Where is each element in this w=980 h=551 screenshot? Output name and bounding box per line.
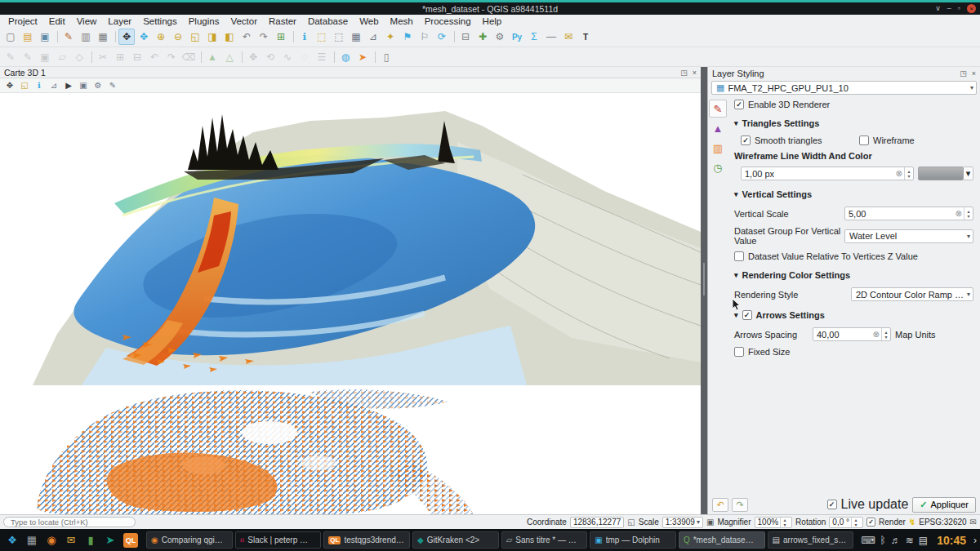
task-dolphin[interactable]: ▣ tmp — Dolphin bbox=[590, 531, 676, 549]
add-feature-icon[interactable]: ▱ bbox=[54, 49, 70, 65]
spinner[interactable]: ▴▾ bbox=[904, 167, 913, 180]
map-tips-bubble-icon[interactable]: ✉ bbox=[560, 29, 577, 45]
reshape-icon[interactable]: ☰ bbox=[314, 49, 330, 65]
mesh-digitizing-icon[interactable]: ▲ bbox=[204, 49, 220, 65]
network-icon[interactable]: ≋ bbox=[906, 535, 914, 546]
toggle-editing-icon[interactable]: ✎ bbox=[20, 49, 36, 65]
move-feature-icon[interactable]: ✥ bbox=[245, 49, 261, 65]
zoom-to-layer-icon[interactable]: ◧ bbox=[221, 29, 238, 45]
pan-to-selection-icon[interactable]: ✥ bbox=[136, 29, 152, 45]
bird-plugin-icon[interactable]: ➤ bbox=[354, 49, 371, 65]
terminal-launcher-icon[interactable]: ▮ bbox=[82, 531, 100, 549]
chevron-down-icon[interactable]: ▾ bbox=[697, 518, 700, 526]
redo-style-button[interactable]: ↷ bbox=[732, 498, 748, 512]
apply-button[interactable]: ✓ Appliquer bbox=[912, 497, 976, 513]
mesh-edit-icon[interactable]: △ bbox=[221, 49, 238, 65]
wireframe-color-button[interactable] bbox=[918, 167, 964, 180]
menu-plugins[interactable]: Plugins bbox=[183, 16, 225, 26]
task-gitkraken[interactable]: ◆ GitKraken <2> bbox=[412, 531, 499, 549]
processing-toolbox-icon[interactable]: ⚙ bbox=[492, 29, 508, 45]
crs-status[interactable]: EPSG:32620 bbox=[919, 518, 966, 527]
panel-toggle-icon[interactable]: ▯ bbox=[378, 49, 394, 65]
layout-manager-icon[interactable]: ▦ bbox=[95, 29, 111, 45]
fixed-size-checkbox[interactable] bbox=[734, 347, 744, 357]
wireframe-checkbox[interactable] bbox=[859, 136, 869, 145]
maximize-button[interactable]: ▫ bbox=[958, 5, 960, 12]
measure-icon[interactable]: ⊿ bbox=[365, 29, 381, 45]
spinner[interactable]: ▴▾ bbox=[964, 207, 973, 220]
project-new-icon[interactable]: ▢ bbox=[2, 29, 19, 45]
zoom-full-3d-icon[interactable]: ◱ bbox=[18, 79, 31, 92]
menu-settings[interactable]: Settings bbox=[137, 16, 183, 26]
minimize-button[interactable]: – bbox=[947, 5, 951, 12]
delete-selected-icon[interactable]: ⌫ bbox=[180, 49, 197, 65]
zoom-to-selection-icon[interactable]: ◨ bbox=[204, 29, 220, 45]
render-checkbox[interactable]: ✓ bbox=[866, 518, 875, 527]
relative-z-checkbox[interactable] bbox=[734, 251, 744, 261]
select-features-icon[interactable]: ⬚ bbox=[314, 29, 330, 45]
measure-3d-icon[interactable]: ⊿ bbox=[47, 79, 60, 92]
ql-launcher-icon[interactable]: QL bbox=[123, 533, 138, 548]
input-method-icon[interactable]: ⌨ bbox=[861, 535, 875, 546]
arrows-settings-checkbox[interactable]: ✓ bbox=[742, 310, 752, 320]
zoom-next-icon[interactable]: ↷ bbox=[256, 29, 272, 45]
refresh-icon[interactable]: ⟳ bbox=[434, 29, 450, 45]
arrows-spacing-input[interactable]: 40,00 ⊗ ▴▾ bbox=[813, 327, 891, 341]
menu-web[interactable]: Web bbox=[354, 16, 384, 26]
current-edits-icon[interactable]: ✎ bbox=[2, 49, 19, 65]
tab-symbology[interactable]: ✎ bbox=[709, 100, 727, 118]
rotate-feature-icon[interactable]: ⟲ bbox=[262, 49, 278, 65]
spinner[interactable]: ▴▾ bbox=[780, 518, 789, 527]
options-3d-icon[interactable]: ⚙ bbox=[91, 79, 105, 92]
camera-pan-icon[interactable]: ✥ bbox=[3, 79, 16, 92]
tab-histogram[interactable]: ▥ bbox=[709, 139, 727, 157]
detach-panel-icon[interactable]: ◳ bbox=[960, 69, 967, 78]
map3d-dock-header[interactable]: Carte 3D 1 ◳ × bbox=[0, 67, 701, 78]
new-3d-map-icon[interactable]: ⊞ bbox=[273, 29, 289, 45]
project-open-icon[interactable]: ▤ bbox=[20, 29, 36, 45]
section-triangles-settings[interactable]: ▾ Triangles Settings bbox=[734, 118, 973, 128]
clear-icon[interactable]: ⊗ bbox=[871, 330, 881, 339]
notifications-icon[interactable]: ▤ bbox=[919, 535, 928, 546]
map-2d-canvas[interactable] bbox=[0, 385, 701, 514]
extent-toggle-icon[interactable]: ◱ bbox=[627, 518, 635, 527]
paste-features-icon[interactable]: ⊟ bbox=[129, 49, 145, 65]
section-arrows-settings[interactable]: ▾ ✓ Arrows Settings bbox=[734, 310, 973, 320]
locate-input[interactable] bbox=[3, 517, 136, 527]
menu-database[interactable]: Database bbox=[302, 16, 354, 26]
chevron-down-icon[interactable]: ▾ bbox=[967, 291, 970, 298]
deselect-icon[interactable]: ⬚ bbox=[331, 29, 347, 45]
copy-features-icon[interactable]: ⊞ bbox=[112, 49, 128, 65]
pan-map-icon[interactable]: ✥ bbox=[118, 29, 135, 45]
map-3d-canvas[interactable] bbox=[0, 93, 701, 385]
cut-features-icon[interactable]: ✂ bbox=[95, 49, 111, 65]
style-manager-icon[interactable]: ✎ bbox=[60, 29, 77, 45]
volume-icon[interactable]: ♬ bbox=[891, 535, 901, 546]
app-menu-icon[interactable]: ❖ bbox=[3, 531, 21, 549]
tab-3d-view[interactable]: ▲ bbox=[709, 119, 727, 137]
measure-line-icon[interactable]: ― bbox=[543, 29, 559, 45]
menu-layer[interactable]: Layer bbox=[102, 16, 137, 26]
text-annotation-icon[interactable]: T bbox=[577, 29, 594, 45]
edit-terrain-icon[interactable]: ✎ bbox=[106, 79, 119, 92]
menu-edit[interactable]: Edit bbox=[43, 16, 71, 26]
marble-globe-icon[interactable]: ◍ bbox=[337, 49, 354, 65]
smooth-triangles-checkbox[interactable]: ✓ bbox=[741, 136, 751, 145]
task-arrows[interactable]: ▤ arrows_fixed_s… bbox=[768, 531, 854, 549]
coordinate-input[interactable]: 12836,12277 bbox=[570, 517, 624, 528]
spinner[interactable]: ▴▾ bbox=[851, 518, 860, 527]
section-vertical-settings[interactable]: ▾ Vertical Settings bbox=[734, 189, 973, 199]
menu-help[interactable]: Help bbox=[477, 16, 508, 26]
enable-3d-checkbox[interactable]: ✓ bbox=[734, 100, 744, 109]
identify-icon[interactable]: ℹ bbox=[296, 29, 313, 45]
save-image-3d-icon[interactable]: ▣ bbox=[77, 79, 90, 92]
tab-history[interactable]: ◷ bbox=[709, 158, 727, 176]
task-comparing[interactable]: ◉ Comparing qgi… bbox=[146, 531, 233, 549]
clear-icon[interactable]: ⊗ bbox=[954, 209, 964, 218]
clear-icon[interactable]: ⊗ bbox=[894, 169, 904, 178]
titlebar-shade-icon[interactable]: ∨ bbox=[935, 5, 941, 12]
task-qgis-mesh[interactable]: Q *mesh_datase… bbox=[679, 531, 765, 549]
project-save-icon[interactable]: ▣ bbox=[37, 29, 53, 45]
menu-project[interactable]: Project bbox=[2, 16, 43, 26]
add-ring-icon[interactable]: ◌ bbox=[296, 49, 313, 65]
